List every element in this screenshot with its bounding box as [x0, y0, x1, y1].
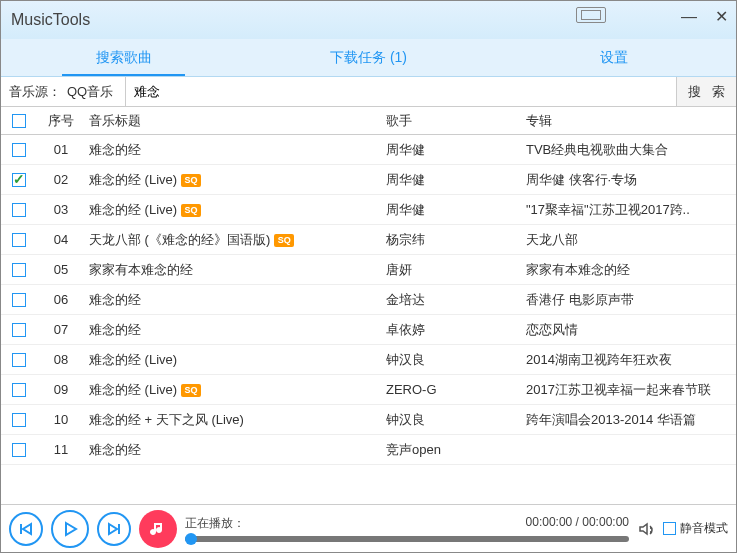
table-row[interactable]: 09难念的经 (Live)SQZERO-G2017江苏卫视幸福一起来春节联 — [1, 375, 736, 405]
table-row[interactable]: 08难念的经 (Live)钟汉良2014湖南卫视跨年狂欢夜 — [1, 345, 736, 375]
row-title: 难念的经 (Live)SQ — [85, 201, 386, 219]
row-checkbox[interactable] — [12, 323, 26, 337]
row-artist: 唐妍 — [386, 261, 526, 279]
row-title: 难念的经 — [85, 321, 386, 339]
row-artist: 周华健 — [386, 171, 526, 189]
tab-download[interactable]: 下载任务 (1) — [246, 39, 491, 76]
table-row[interactable]: 07难念的经卓依婷恋恋风情 — [1, 315, 736, 345]
prev-button[interactable] — [9, 512, 43, 546]
now-playing-label: 正在播放： — [185, 515, 245, 532]
row-num: 02 — [37, 172, 85, 187]
search-bar: 音乐源： QQ音乐 搜 索 — [1, 77, 736, 107]
row-artist: 钟汉良 — [386, 411, 526, 429]
row-num: 07 — [37, 322, 85, 337]
row-artist: 竞声open — [386, 441, 526, 459]
row-album: 2017江苏卫视幸福一起来春节联 — [526, 381, 736, 399]
time-display: 00:00:00 / 00:00:00 — [526, 515, 629, 532]
table-row[interactable]: 04天龙八部 (《难念的经》国语版)SQ杨宗纬天龙八部 — [1, 225, 736, 255]
play-button[interactable] — [51, 510, 89, 548]
row-artist: 金培达 — [386, 291, 526, 309]
row-checkbox[interactable] — [12, 293, 26, 307]
row-album: TVB经典电视歌曲大集合 — [526, 141, 736, 159]
row-title: 难念的经 — [85, 141, 386, 159]
table-row[interactable]: 03难念的经 (Live)SQ周华健"17聚幸福"江苏卫视2017跨.. — [1, 195, 736, 225]
table-row[interactable]: 10难念的经 + 天下之风 (Live)钟汉良跨年演唱会2013-2014 华语… — [1, 405, 736, 435]
sq-badge: SQ — [181, 384, 201, 397]
row-album: 周华健 侠客行·专场 — [526, 171, 736, 189]
row-title: 天龙八部 (《难念的经》国语版)SQ — [85, 231, 386, 249]
row-title: 难念的经 (Live) — [85, 351, 386, 369]
volume-icon[interactable] — [637, 520, 655, 538]
row-checkbox[interactable] — [12, 203, 26, 217]
row-checkbox[interactable] — [12, 173, 26, 187]
table-row[interactable]: 05家家有本难念的经唐妍家家有本难念的经 — [1, 255, 736, 285]
row-num: 09 — [37, 382, 85, 397]
header-num: 序号 — [37, 112, 85, 130]
row-artist: 卓依婷 — [386, 321, 526, 339]
row-num: 05 — [37, 262, 85, 277]
search-button[interactable]: 搜 索 — [676, 77, 736, 106]
row-title: 家家有本难念的经 — [85, 261, 386, 279]
header-album: 专辑 — [526, 112, 736, 130]
sq-badge: SQ — [181, 174, 201, 187]
mute-checkbox[interactable] — [663, 522, 676, 535]
row-album: "17聚幸福"江苏卫视2017跨.. — [526, 201, 736, 219]
row-num: 06 — [37, 292, 85, 307]
row-album: 恋恋风情 — [526, 321, 736, 339]
row-title: 难念的经 — [85, 291, 386, 309]
row-num: 01 — [37, 142, 85, 157]
row-checkbox[interactable] — [12, 143, 26, 157]
row-num: 08 — [37, 352, 85, 367]
sq-badge: SQ — [274, 234, 294, 247]
search-input[interactable] — [126, 77, 676, 106]
table-row[interactable]: 11难念的经竞声open — [1, 435, 736, 465]
mute-label: 静音模式 — [680, 520, 728, 537]
table-row[interactable]: 02难念的经 (Live)SQ周华健周华健 侠客行·专场 — [1, 165, 736, 195]
source-label: 音乐源： — [1, 83, 67, 101]
tabs: 搜索歌曲 下载任务 (1) 设置 — [1, 39, 736, 77]
tab-search[interactable]: 搜索歌曲 — [1, 39, 246, 76]
row-checkbox[interactable] — [12, 413, 26, 427]
row-artist: 周华健 — [386, 141, 526, 159]
row-title: 难念的经 (Live)SQ — [85, 171, 386, 189]
header-title: 音乐标题 — [85, 112, 386, 130]
tab-settings[interactable]: 设置 — [491, 39, 736, 76]
row-checkbox[interactable] — [12, 263, 26, 277]
row-num: 04 — [37, 232, 85, 247]
row-num: 11 — [37, 442, 85, 457]
row-album: 家家有本难念的经 — [526, 261, 736, 279]
row-artist: 杨宗纬 — [386, 231, 526, 249]
row-title: 难念的经 (Live)SQ — [85, 381, 386, 399]
progress-bar[interactable] — [185, 536, 629, 542]
next-button[interactable] — [97, 512, 131, 546]
select-all-checkbox[interactable] — [12, 114, 26, 128]
player-bar: 正在播放： 00:00:00 / 00:00:00 静音模式 — [1, 504, 736, 552]
keyboard-icon[interactable] — [576, 7, 606, 23]
table-body: 01难念的经周华健TVB经典电视歌曲大集合02难念的经 (Live)SQ周华健周… — [1, 135, 736, 504]
titlebar: MusicTools — ✕ — [1, 1, 736, 39]
table-row[interactable]: 06难念的经金培达香港仔 电影原声带 — [1, 285, 736, 315]
row-num: 03 — [37, 202, 85, 217]
app-title: MusicTools — [11, 11, 90, 29]
row-artist: ZERO-G — [386, 382, 526, 397]
row-checkbox[interactable] — [12, 443, 26, 457]
row-album: 香港仔 电影原声带 — [526, 291, 736, 309]
row-artist: 周华健 — [386, 201, 526, 219]
source-value[interactable]: QQ音乐 — [67, 77, 126, 106]
row-checkbox[interactable] — [12, 233, 26, 247]
row-checkbox[interactable] — [12, 353, 26, 367]
row-artist: 钟汉良 — [386, 351, 526, 369]
close-button[interactable]: ✕ — [715, 7, 728, 26]
row-num: 10 — [37, 412, 85, 427]
row-title: 难念的经 — [85, 441, 386, 459]
minimize-button[interactable]: — — [681, 8, 697, 26]
table-header: 序号 音乐标题 歌手 专辑 — [1, 107, 736, 135]
header-artist: 歌手 — [386, 112, 526, 130]
row-checkbox[interactable] — [12, 383, 26, 397]
music-icon — [139, 510, 177, 548]
row-title: 难念的经 + 天下之风 (Live) — [85, 411, 386, 429]
row-album: 跨年演唱会2013-2014 华语篇 — [526, 411, 736, 429]
sq-badge: SQ — [181, 204, 201, 217]
row-album: 天龙八部 — [526, 231, 736, 249]
table-row[interactable]: 01难念的经周华健TVB经典电视歌曲大集合 — [1, 135, 736, 165]
